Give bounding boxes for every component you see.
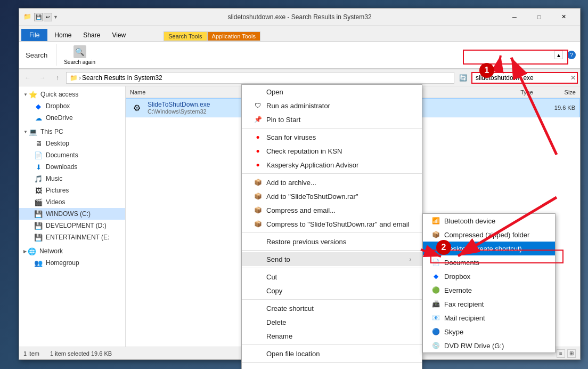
tab-share[interactable]: Share xyxy=(77,29,106,41)
ctx-add-rar[interactable]: 📦Add to "SlideToShutDown.rar" xyxy=(242,189,422,203)
tab-home[interactable]: Home xyxy=(48,29,77,41)
ctx-open-file-location[interactable]: Open file location xyxy=(242,347,422,360)
back-button[interactable]: ← xyxy=(21,71,34,84)
submenu-evernote[interactable]: 🟢Evernote xyxy=(423,283,555,297)
sidebar-item-documents[interactable]: 📄 Documents xyxy=(19,149,125,161)
submenu-fax[interactable]: 📠Fax recipient xyxy=(423,297,555,311)
submenu-compressed-folder[interactable]: 📦Compressed (zipped) folder xyxy=(423,228,555,242)
ctx-compress-email[interactable]: 📦Compress and email... xyxy=(242,203,422,217)
ctx-add-archive[interactable]: 📦Add to archive... xyxy=(242,175,422,189)
sidebar-item-pictures[interactable]: 🖼 Pictures xyxy=(19,184,125,196)
search-input[interactable] xyxy=(471,72,578,84)
sidebar-item-dropbox[interactable]: ◆ Dropbox xyxy=(19,100,125,112)
downloads-icon: ⬇ xyxy=(34,163,43,171)
ctx-shortcut-icon xyxy=(252,304,263,312)
sidebar-item-desktop[interactable]: 🖥 Desktop xyxy=(19,138,125,149)
submenu-mail[interactable]: 📧Mail recipient xyxy=(423,311,555,325)
sidebar-item-thispc[interactable]: ▼ 💻 This PC xyxy=(19,126,125,138)
path-separator: › xyxy=(79,74,81,82)
ctx-scan-viruses[interactable]: ●Scan for viruses xyxy=(242,130,422,144)
tab-view[interactable]: View xyxy=(106,29,132,41)
tile-view-btn[interactable]: ⊞ xyxy=(567,349,576,358)
sidebar-item-windows-c[interactable]: 💾 WINDOWS (C:) xyxy=(19,208,125,220)
drive-d-icon: 💾 xyxy=(34,221,43,230)
ctx-sep6 xyxy=(242,299,422,300)
search-clear-button[interactable]: ✕ xyxy=(570,74,576,82)
ctx-sep1 xyxy=(242,128,422,129)
submenu-dropbox[interactable]: ◆Dropbox xyxy=(423,269,555,283)
tab-search-tools[interactable]: Search Tools xyxy=(164,31,207,41)
sidebar-item-label: Desktop xyxy=(46,140,69,147)
ctx-check-reputation[interactable]: ●Check reputation in KSN xyxy=(242,144,422,158)
ctx-open[interactable]: Open xyxy=(242,85,422,99)
window-icon: 📁 xyxy=(23,13,32,21)
maximize-button[interactable]: □ xyxy=(527,9,551,26)
ribbon-collapse-btn[interactable]: ▲ xyxy=(554,51,563,59)
sidebar-item-homegroup[interactable]: 👥 Homegroup xyxy=(19,257,125,269)
sidebar-item-label: WINDOWS (C:) xyxy=(46,210,91,218)
sidebar-item-downloads[interactable]: ⬇ Downloads xyxy=(19,161,125,173)
col-header-size: Type xyxy=(491,89,533,95)
sidebar-item-music[interactable]: 🎵 Music xyxy=(19,173,125,184)
submenu-dvd[interactable]: 💿DVD RW Drive (G:) xyxy=(423,339,555,352)
sidebar-item-onedrive[interactable]: ☁ OneDrive xyxy=(19,112,125,124)
save-toolbar-btn[interactable]: 💾 xyxy=(34,13,43,21)
ctx-restore-icon xyxy=(252,237,263,246)
forward-button[interactable]: → xyxy=(36,71,49,84)
ctx-pin-to-start[interactable]: 📌Pin to Start xyxy=(242,113,422,126)
sidebar-item-network[interactable]: ▶ 🌐 Network xyxy=(19,245,125,257)
ctx-kaspersky-advisor[interactable]: ●Kaspersky Application Advisor xyxy=(242,158,422,172)
ctx-copy[interactable]: Copy xyxy=(242,284,422,298)
address-right-btns: 🔄 xyxy=(456,71,469,84)
documents-icon: 📄 xyxy=(34,151,43,159)
ctx-compress-rar-email[interactable]: 📦Compress to "SlideToShutDown.rar" and e… xyxy=(242,217,422,231)
expand-arrow: ▼ xyxy=(23,92,28,97)
ctx-shield-icon: 🛡 xyxy=(252,101,263,110)
ctx-cut[interactable]: Cut xyxy=(242,270,422,284)
ctx-properties[interactable]: Properties xyxy=(242,364,422,369)
minimize-button[interactable]: ─ xyxy=(502,9,527,26)
path-icon[interactable]: 📁 xyxy=(70,74,78,82)
documents-sub-icon: 📄 xyxy=(430,258,441,267)
submenu-bluetooth[interactable]: 📶Bluetooth device xyxy=(423,214,555,228)
sidebar-item-entertainment-e[interactable]: 💾 ENTERTAINMENT (E: xyxy=(19,231,125,243)
close-button[interactable]: ✕ xyxy=(551,9,576,26)
titlebar: 📁 💾 ↩ ▼ slidetoshutdown.exe - Search Res… xyxy=(19,9,580,26)
tab-app-tools[interactable]: Application Tools xyxy=(207,31,260,41)
submenu-desktop[interactable]: 🖥Desktop (create shortcut) xyxy=(423,242,555,255)
submenu-documents[interactable]: 📄Documents xyxy=(423,255,555,269)
help-button[interactable]: ? xyxy=(567,51,576,59)
view-toggle: ≡ ⊞ xyxy=(557,349,576,358)
dropbox-sub-icon: ◆ xyxy=(430,272,441,280)
desktop-icon: 🖥 xyxy=(34,139,43,148)
up-button[interactable]: ↑ xyxy=(51,71,64,84)
toolbar-dropdown[interactable]: ▼ xyxy=(53,14,58,20)
ctx-create-shortcut[interactable]: Create shortcut xyxy=(242,301,422,315)
ctx-restore-versions[interactable]: Restore previous versions xyxy=(242,235,422,248)
ctx-delete[interactable]: Delete xyxy=(242,315,422,329)
path-segment[interactable]: Search Results in System32 xyxy=(82,74,162,82)
sidebar-item-quick-access[interactable]: ▼ ⭐ Quick access xyxy=(19,89,125,100)
dvd-icon: 💿 xyxy=(430,341,441,350)
detail-view-btn[interactable]: ≡ xyxy=(557,349,565,358)
sidebar-item-label: OneDrive xyxy=(46,114,73,122)
sidebar-item-development-d[interactable]: 💾 DEVELOPMENT (D:) xyxy=(19,220,125,231)
ctx-sep4 xyxy=(242,250,422,251)
ctx-cut-icon xyxy=(252,272,263,281)
refresh-button[interactable]: 🔄 xyxy=(456,71,469,84)
evernote-icon: 🟢 xyxy=(430,286,441,294)
ctx-send-to[interactable]: Send to › xyxy=(242,252,422,266)
network-icon: 🌐 xyxy=(28,247,36,255)
sidebar-item-videos[interactable]: 🎬 Videos xyxy=(19,196,125,208)
ctx-open-icon xyxy=(252,87,263,96)
ctx-rename[interactable]: Rename xyxy=(242,329,422,343)
undo-toolbar-btn[interactable]: ↩ xyxy=(44,13,52,21)
submenu-skype[interactable]: 🔵Skype xyxy=(423,325,555,339)
expand-arrow: ▶ xyxy=(23,249,27,254)
address-path[interactable]: 📁 › Search Results in System32 xyxy=(66,72,454,84)
file-icon: ⚙ xyxy=(130,101,143,114)
ctx-run-as-admin[interactable]: 🛡Run as administrator xyxy=(242,99,422,113)
tab-file[interactable]: File xyxy=(21,29,47,41)
ribbon-search-btn[interactable]: 🔍 Search again xyxy=(61,44,99,66)
window-title: slidetoshutdown.exe - Search Results in … xyxy=(227,13,371,21)
